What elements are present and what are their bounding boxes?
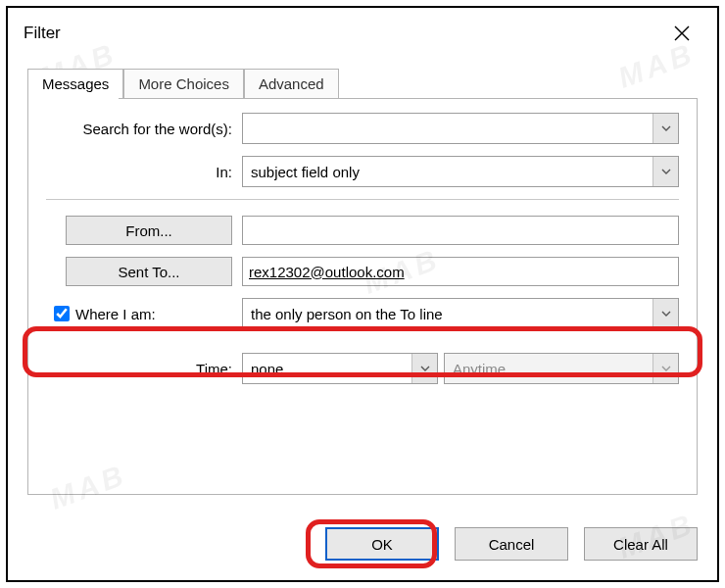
row-search: Search for the word(s): [46,113,679,144]
from-button-label: From... [125,222,172,239]
chevron-down-icon [661,167,671,176]
from-button[interactable]: From... [66,216,232,245]
ok-button-label: OK [371,536,393,553]
time-combo[interactable]: none [242,353,438,384]
dialog-title: Filter [24,24,61,43]
tab-strip: Messages More Choices Advanced [27,69,715,98]
search-dropdown-button[interactable] [652,114,678,143]
dialog-button-row: OK Cancel Clear All [325,527,698,561]
time-range-dropdown-button [652,354,678,383]
row-time: Time: none Anytime [46,353,679,384]
tab-advanced-label: Advanced [259,75,324,92]
sent-to-button-label: Sent To... [118,264,179,280]
in-combo[interactable]: subject field only [242,156,679,187]
row-where-i-am: Where I am: the only person on the To li… [46,298,679,329]
cancel-button[interactable]: Cancel [455,527,568,561]
in-label: In: [46,164,242,180]
time-range-value: Anytime [445,361,652,377]
time-dropdown-button[interactable] [411,354,437,383]
filter-dialog: Filter Messages More Choices Advanced [10,10,715,578]
chevron-down-icon [661,309,671,318]
dialog-frame: Filter Messages More Choices Advanced [6,6,719,582]
in-value: subject field only [243,164,652,180]
cancel-button-label: Cancel [489,536,535,553]
close-icon [674,25,690,41]
close-button[interactable] [662,18,701,49]
sent-to-button[interactable]: Sent To... [66,257,232,286]
clear-all-button[interactable]: Clear All [584,527,698,561]
tab-messages-label: Messages [42,75,109,92]
where-i-am-checkbox[interactable] [54,306,70,321]
where-i-am-value: the only person on the To line [243,306,652,322]
tab-more-choices[interactable]: More Choices [123,69,244,98]
search-label: Search for the word(s): [46,121,242,137]
time-label: Time: [46,361,242,377]
search-combo[interactable] [242,113,679,144]
divider [46,199,679,200]
sent-to-input[interactable]: rex12302@outlook.com [242,257,679,286]
clear-all-button-label: Clear All [613,536,668,553]
where-i-am-dropdown-button[interactable] [652,299,678,328]
ok-button[interactable]: OK [325,527,439,561]
tab-panel-messages: Search for the word(s): In: subject fiel… [27,98,698,495]
titlebar: Filter [10,10,715,55]
tab-advanced[interactable]: Advanced [244,69,339,98]
in-dropdown-button[interactable] [652,157,678,186]
from-input[interactable] [242,216,679,245]
row-sent-to: Sent To... rex12302@outlook.com [46,257,679,286]
chevron-down-icon [661,123,671,133]
chevron-down-icon [661,364,671,373]
row-from: From... [46,216,679,245]
tab-messages[interactable]: Messages [27,69,123,98]
sent-to-value: rex12302@outlook.com [249,264,405,280]
time-value: none [243,361,411,377]
where-i-am-label: Where I am: [75,306,156,322]
row-in: In: subject field only [46,156,679,187]
where-i-am-combo[interactable]: the only person on the To line [242,298,679,329]
time-range-combo: Anytime [444,353,679,384]
tab-more-choices-label: More Choices [138,75,229,92]
chevron-down-icon [420,364,430,373]
